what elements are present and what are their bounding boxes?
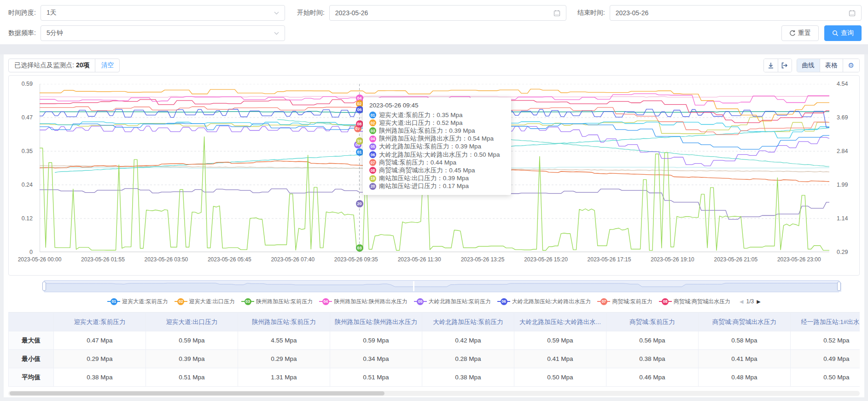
x-axis-tick: 2023-05-26 01:55 (81, 256, 125, 263)
stats-cell: 0.59 Mpa (514, 331, 606, 350)
horizontal-scrollbar[interactable] (8, 391, 860, 396)
tooltip-series-icon: 01 (369, 112, 376, 118)
stats-cell: 0.38 Mpa (422, 368, 514, 387)
legend-item-08[interactable]: 08商贸城:商贸城出水压力 (659, 298, 730, 306)
tooltip-series-icon: 04 (369, 136, 376, 142)
tooltip-item: 08商贸城:商贸城出水压力：0.45 Mpa (369, 166, 505, 174)
curve-view-button[interactable]: 曲线 (797, 59, 820, 72)
legend-item-04[interactable]: 04陕州路加压站:陕州路出水压力 (319, 298, 407, 306)
query-button[interactable]: 查询 (824, 25, 862, 41)
right-y-axis: 4.543.692.841.991.140.29 (833, 84, 860, 252)
x-axis-tick: 2023-05-26 23:00 (777, 256, 821, 263)
datazoom-slider[interactable] (44, 280, 839, 292)
stats-cell: 0.49 Mpa (791, 350, 860, 368)
legend-item-06[interactable]: 06大岭北路加压站:大岭路出水压力 (497, 298, 591, 306)
legend-item-05[interactable]: 05大岭北路加压站:泵前压力 (414, 298, 491, 306)
data-frequency-label: 数据频率: (8, 29, 36, 37)
export-button[interactable] (778, 59, 792, 72)
filter-toolbar: 时间跨度: 1天 开始时间: 2023-05-26 结束时间: 2023-05-… (0, 0, 868, 44)
stats-cell: 0.51 Mpa (330, 368, 422, 387)
series-badge-20: 20 (356, 200, 363, 207)
right-axis-tick: 1.14 (837, 215, 848, 222)
x-axis-tick: 2023-05-26 03:50 (145, 256, 188, 263)
series-badge-08: 08 (356, 120, 363, 128)
stats-row-label: 平均值 (9, 368, 54, 387)
stats-cell: 0.56 Mpa (606, 331, 699, 350)
data-frequency-select[interactable]: 5分钟 (41, 25, 285, 41)
tooltip-series-text: 大岭北路加压站:泵前压力：0.39 Mpa (379, 142, 481, 151)
stats-cell: 0.34 Mpa (330, 350, 422, 368)
time-span-select[interactable]: 1天 (41, 5, 285, 21)
x-axis-tick: 2023-05-26 17:15 (588, 256, 631, 263)
legend-label: 迎宾大道:出口压力 (189, 298, 235, 306)
legend-marker: 06 (497, 298, 510, 305)
x-axis: 2023-05-26 00:002023-05-26 01:552023-05-… (40, 256, 829, 265)
stats-col-header: 陕州路加压站:陕州路出水压力 (330, 313, 422, 331)
x-axis-tick: 2023-05-26 15:20 (524, 256, 568, 263)
x-axis-tick: 2023-05-26 05:45 (208, 256, 251, 263)
left-axis-tick: 0.35 (9, 148, 33, 154)
stats-cell: 0.58 Mpa (699, 331, 791, 350)
series-badge-19: 19 (356, 137, 363, 145)
legend-label: 商贸城:泵前压力 (612, 298, 652, 306)
legend-label: 大岭北路加压站:泵前压力 (429, 298, 491, 306)
legend-label: 大岭北路加压站:大岭路出水压力 (512, 298, 591, 306)
legend-item-03[interactable]: 03陕州路加压站:泵前压力 (241, 298, 313, 306)
stats-cell: 0.52 Mpa (791, 331, 860, 350)
legend-item-07[interactable]: 07商贸城:泵前压力 (597, 298, 652, 306)
reset-button[interactable]: 重置 (781, 25, 819, 41)
stats-cell: 0.39 Mpa (146, 350, 238, 368)
time-span-label: 时间跨度: (8, 9, 36, 17)
table-view-button[interactable]: 表格 (820, 59, 843, 72)
refresh-icon (789, 30, 796, 36)
clear-button[interactable]: 清空 (95, 59, 119, 72)
x-axis-tick: 2023-05-26 00:00 (18, 256, 62, 263)
chart-settings-button[interactable]: ⚙ (843, 59, 859, 72)
start-date-input[interactable]: 2023-05-26 (329, 5, 566, 21)
stats-corner-cell (9, 313, 54, 331)
gear-icon: ⚙ (848, 61, 854, 70)
download-button[interactable] (764, 59, 778, 72)
chart-legend: 01迎宾大道:泵前压力02迎宾大道:出口压力03陕州路加压站:泵前压力04陕州路… (8, 296, 860, 307)
tooltip-series-icon: 19 (369, 175, 376, 182)
export-icon (781, 62, 788, 69)
selected-points-label: 已选择站点及监测点: (14, 61, 74, 70)
stats-row-label: 最大值 (9, 331, 54, 350)
calendar-icon (849, 10, 856, 17)
legend-page-indicator: 1/3 (746, 298, 754, 305)
tooltip-item: 19南站加压站:出口压力：0.39 Mpa (369, 175, 505, 183)
legend-item-01[interactable]: 01迎宾大道:泵前压力 (107, 298, 168, 306)
selected-points-chip: 已选择站点及监测点: 20项 清空 (8, 59, 120, 72)
legend-next-button[interactable]: ▶ (757, 299, 760, 305)
stats-row-max: 最大值0.47 Mpa0.59 Mpa4.55 Mpa0.59 Mpa0.42 … (9, 331, 860, 350)
left-axis-tick: 0.12 (9, 215, 33, 222)
stats-table: 迎宾大道:泵前压力迎宾大道:出口压力陕州路加压站:泵前压力陕州路加压站:陕州路出… (8, 313, 860, 387)
legend-marker: 03 (241, 298, 254, 305)
stats-col-header: 经一路加压站:1#出水压力 (791, 313, 860, 331)
legend-item-02[interactable]: 02迎宾大道:出口压力 (175, 298, 235, 306)
datazoom-handle-left[interactable] (42, 282, 46, 291)
stats-cell: 0.47 Mpa (54, 331, 146, 350)
legend-prev-button[interactable]: ◀ (740, 299, 743, 305)
calendar-icon (553, 10, 560, 17)
left-y-axis: 0.590.470.350.240.120 (9, 84, 36, 252)
search-icon (832, 30, 839, 36)
stats-cell: 0.29 Mpa (238, 350, 330, 368)
x-axis-tick: 2023-05-26 13:25 (461, 256, 505, 263)
scrollbar-thumb[interactable] (10, 391, 384, 395)
stats-cell: 0.29 Mpa (54, 350, 146, 368)
download-icon (767, 62, 775, 69)
tooltip-series-icon: 03 (369, 127, 376, 134)
chart-tooltip: 2023-05-26 09:45 01迎宾大道:泵前压力：0.35 Mpa02迎… (363, 98, 511, 195)
end-date-input[interactable]: 2023-05-26 (610, 5, 862, 21)
right-axis-tick: 4.54 (837, 81, 848, 87)
start-date-value: 2023-05-26 (335, 9, 368, 17)
datazoom-handle-right[interactable] (837, 282, 841, 291)
stats-col-header: 大岭北路加压站:泵前压力 (422, 313, 514, 331)
tooltip-series-text: 南站加压站:进口压力：0.17 Mpa (379, 182, 469, 190)
chart-container[interactable]: 0.590.470.350.240.120 4.543.692.841.991.… (8, 75, 860, 276)
stats-cell: 0.59 Mpa (330, 331, 422, 350)
left-axis-tick: 0.47 (9, 114, 33, 121)
start-time-label: 开始时间: (297, 9, 325, 17)
stats-cell: 1.31 Mpa (238, 368, 330, 387)
